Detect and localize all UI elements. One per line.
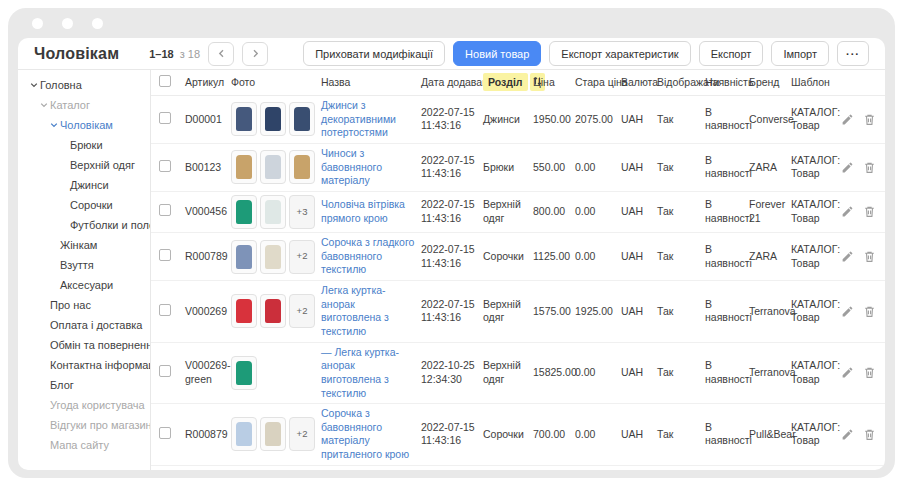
window-control-dot[interactable] (92, 18, 103, 29)
delete-trash-icon (863, 113, 876, 126)
column-header-sku[interactable]: Артикул (185, 76, 231, 90)
sidebar-item-about-us[interactable]: Про нас (18, 295, 150, 315)
column-header-old-price[interactable]: Стара ціна (575, 76, 621, 90)
sidebar-item-home[interactable]: Головна (18, 75, 150, 95)
select-all-checkbox[interactable] (159, 75, 171, 87)
product-photo[interactable] (231, 356, 257, 390)
column-header-currency[interactable]: Валюта (621, 76, 657, 90)
window-control-dot[interactable] (32, 18, 43, 29)
delete-button[interactable] (863, 161, 876, 174)
product-photo[interactable] (260, 102, 286, 136)
garment-shape (265, 200, 281, 224)
product-photo[interactable] (231, 102, 257, 136)
row-checkbox[interactable] (159, 365, 171, 377)
product-photo[interactable] (260, 150, 286, 184)
edit-button[interactable] (841, 366, 854, 379)
row-checkbox[interactable] (159, 249, 171, 261)
product-photo[interactable] (260, 294, 286, 328)
product-photo[interactable] (260, 240, 286, 274)
column-header-availability[interactable]: Наявність (705, 76, 749, 90)
sidebar-item-blog[interactable]: Блог (18, 375, 150, 395)
product-name-link[interactable]: Сорочка з бавовняного матеріалу притален… (321, 407, 415, 462)
delete-button[interactable] (863, 428, 876, 441)
export-characteristics-button[interactable]: Експорт характеристик (549, 41, 690, 66)
sidebar-item-outerwear[interactable]: Верхній одяг (18, 155, 150, 175)
template-cell: КАТАЛОГ: Товар (791, 198, 841, 225)
sidebar-item-jeans[interactable]: Джинси (18, 175, 150, 195)
sidebar-item-exchange-returns[interactable]: Обмін та повернення (18, 335, 150, 355)
more-photos-badge[interactable]: +2 (289, 417, 315, 451)
delete-button[interactable] (863, 113, 876, 126)
new-product-button[interactable]: Новий товар (453, 41, 541, 66)
edit-button[interactable] (841, 250, 854, 263)
next-page-button[interactable] (242, 42, 268, 66)
delete-button[interactable] (863, 250, 876, 263)
product-name-link[interactable]: — Легка куртка-анорак виготовлена з текс… (321, 346, 415, 401)
product-photo[interactable] (289, 102, 315, 136)
hide-modifications-button[interactable]: Приховати модифікації (303, 41, 445, 66)
column-header-template[interactable]: Шаблон (791, 76, 841, 90)
product-name-link[interactable]: Штани з бавовняного матеріалу прямого кр… (321, 469, 415, 470)
product-photo[interactable] (231, 417, 257, 451)
sidebar-item-tshirts-polo[interactable]: Футболки и поло (18, 215, 150, 235)
row-checkbox[interactable] (159, 112, 171, 124)
product-photo[interactable] (289, 150, 315, 184)
delete-button[interactable] (863, 305, 876, 318)
row-checkbox[interactable] (159, 304, 171, 316)
more-photos-badge[interactable]: +3 (289, 195, 315, 229)
more-button[interactable]: ··· (837, 41, 869, 66)
column-header-price[interactable]: Ціна (533, 76, 575, 90)
prev-page-button[interactable] (208, 42, 234, 66)
more-photos-badge[interactable]: +2 (289, 240, 315, 274)
row-checkbox[interactable] (159, 160, 171, 172)
edit-button[interactable] (841, 161, 854, 174)
sidebar-item-store-reviews[interactable]: Відгуки про магазин (18, 415, 150, 435)
sidebar-item-men[interactable]: Чоловікам (18, 115, 150, 135)
edit-button[interactable] (841, 113, 854, 126)
product-photo[interactable] (231, 240, 257, 274)
product-photo[interactable] (231, 150, 257, 184)
sidebar-item-shirts[interactable]: Сорочки (18, 195, 150, 215)
sidebar-item-label: Угода користувача (50, 399, 145, 411)
column-header-title[interactable]: Назва (321, 76, 421, 90)
product-photo[interactable] (231, 294, 257, 328)
section-cell: Верхній одяг (483, 298, 533, 325)
delete-button[interactable] (863, 205, 876, 218)
column-header-display[interactable]: Відображати (657, 76, 705, 90)
sidebar-item-user-agreement[interactable]: Угода користувача (18, 395, 150, 415)
sidebar-item-contact-info[interactable]: Контактна інформація (18, 355, 150, 375)
column-header-photo[interactable]: Фото (231, 76, 321, 90)
column-header-section[interactable]: Розділ (483, 76, 533, 90)
product-name-link[interactable]: Джинси з декоративними потертостями (321, 99, 415, 140)
sidebar-item-label: Взуття (60, 259, 94, 271)
column-header-brand[interactable]: Бренд (749, 76, 791, 90)
product-name-link[interactable]: Сорочка з гладкого бавовняного текстилю (321, 236, 415, 277)
sidebar-item-catalog[interactable]: Каталог (18, 95, 150, 115)
edit-button[interactable] (841, 428, 854, 441)
sidebar-item-sitemap[interactable]: Мапа сайту (18, 435, 150, 455)
edit-button[interactable] (841, 205, 854, 218)
edit-button[interactable] (841, 305, 854, 318)
product-photo[interactable] (260, 417, 286, 451)
window-control-dot[interactable] (62, 18, 73, 29)
export-button[interactable]: Експорт (699, 41, 764, 66)
column-header-date-added[interactable]: Дата додавання (421, 76, 483, 90)
import-button[interactable]: Імпорт (771, 41, 829, 66)
product-photo[interactable] (260, 195, 286, 229)
sidebar-item-payment-delivery[interactable]: Оплата і доставка (18, 315, 150, 335)
page-header: Чоловікам 1–18 з 18 Приховати модифікаці… (18, 38, 885, 70)
product-photo[interactable] (231, 195, 257, 229)
more-photos-badge[interactable]: +2 (289, 294, 315, 328)
product-name-link[interactable]: Чоловіча вітрівка прямого крою (321, 198, 415, 225)
product-name-link[interactable]: Чиноси з бавовняного матеріалу (321, 147, 415, 188)
sidebar-item-accessories[interactable]: Аксесуари (18, 275, 150, 295)
row-checkbox[interactable] (159, 427, 171, 439)
delete-button[interactable] (863, 366, 876, 379)
page-title: Чоловікам (34, 45, 119, 63)
sidebar-item-women[interactable]: Жінкам (18, 235, 150, 255)
chevron-left-icon (217, 49, 226, 58)
sidebar-item-shoes[interactable]: Взуття (18, 255, 150, 275)
row-checkbox[interactable] (159, 204, 171, 216)
sidebar-item-trousers[interactable]: Брюки (18, 135, 150, 155)
product-name-link[interactable]: Легка куртка-анорак виготовлена з тексти… (321, 284, 415, 339)
